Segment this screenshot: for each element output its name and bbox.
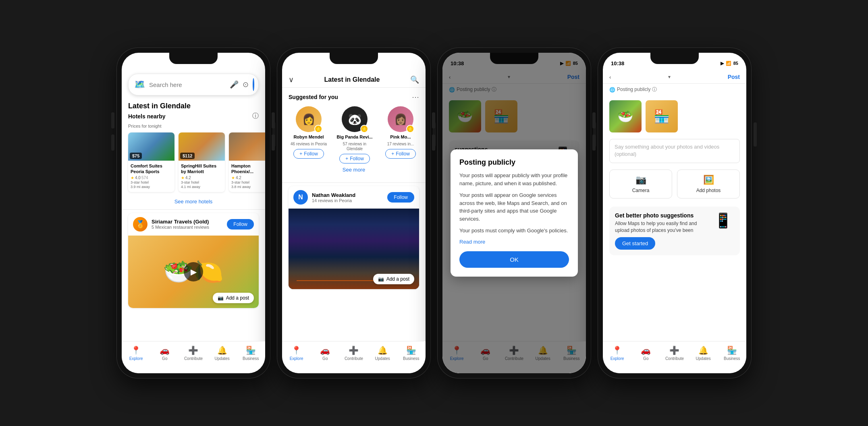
phone-2: ∨ Latest in Glendale 🔍 Suggested for you… bbox=[277, 48, 430, 378]
post-action-4[interactable]: Post bbox=[728, 74, 740, 80]
search-bar[interactable]: 🗺️ 🎤 ⊙ bbox=[128, 74, 259, 95]
user-avatar[interactable] bbox=[253, 78, 254, 91]
more-options-icon[interactable]: ⋯ bbox=[412, 93, 419, 101]
search-input[interactable] bbox=[149, 81, 226, 88]
hotel-price-2: $112 bbox=[180, 153, 195, 159]
add-post-button-2[interactable]: 📷 Add a post bbox=[373, 274, 414, 284]
nav-go-4[interactable]: 🚗 Go bbox=[636, 345, 656, 361]
nav-explore-2[interactable]: 📍 Explore bbox=[287, 345, 307, 361]
hotel-meta-2: 3-star hotel bbox=[181, 180, 222, 184]
suggested-item-3: 👩🏽 ⭐ Pink Mo... 17 reviews in... + Follo… bbox=[380, 106, 419, 163]
business-info: 🏅 Siriamar Travels (Gold) 5 Mexican rest… bbox=[133, 217, 209, 232]
business-icon: 🏪 bbox=[246, 345, 256, 355]
food-image: 🥗🍋 ▶ 📷 Add a post bbox=[128, 236, 259, 308]
contribute-icon: ➕ bbox=[188, 345, 198, 355]
nav-business-1[interactable]: 🏪 Business bbox=[241, 345, 261, 361]
play-button[interactable]: ▶ bbox=[184, 262, 203, 281]
bottom-nav-1: 📍 Explore 🚗 Go ➕ Contribute 🔔 Updates 🏪 … bbox=[122, 341, 265, 373]
nav-contribute-1[interactable]: ➕ Contribute bbox=[183, 345, 204, 361]
info-icon[interactable]: ⓘ bbox=[252, 112, 259, 120]
post-follow-button[interactable]: Follow bbox=[387, 192, 414, 203]
add-photos-label: Add photos bbox=[696, 188, 721, 193]
nav-contribute-4[interactable]: ➕ Contribute bbox=[664, 345, 685, 361]
nav-go-1[interactable]: 🚗 Go bbox=[155, 345, 175, 361]
header-title-2: Latest in Glendale bbox=[324, 76, 380, 83]
nav-updates-1[interactable]: 🔔 Updates bbox=[212, 345, 232, 361]
hotel-card-2[interactable]: $112 SpringHill Suites by Marriott ★ 4.2… bbox=[179, 132, 225, 192]
add-post-button[interactable]: 📷 Add a post bbox=[213, 293, 254, 303]
add-photos-button[interactable]: 🖼️ Add photos bbox=[677, 170, 740, 199]
hotel-image-3 bbox=[229, 132, 265, 161]
read-more-link[interactable]: Read more bbox=[459, 239, 569, 245]
screen-2: Suggested for you ⋯ 👩 ⭐ Robyn Mendel 46 … bbox=[282, 88, 426, 373]
search-icon-2[interactable]: 🔍 bbox=[410, 75, 419, 84]
nav-business-4[interactable]: 🏪 Business bbox=[722, 345, 742, 361]
camera-icon: 📷 bbox=[635, 175, 646, 185]
plus-icon-3: + bbox=[391, 151, 394, 157]
hotel-rating-1: ★ 4.0 574 bbox=[131, 176, 172, 180]
explore-icon: 📍 bbox=[131, 345, 141, 355]
battery-label-4: 85 bbox=[733, 61, 738, 66]
dropdown-4[interactable]: ▾ bbox=[668, 74, 671, 80]
media-buttons: 📷 Camera 🖼️ Add photos bbox=[603, 165, 746, 203]
business-follow-button[interactable]: Follow bbox=[227, 219, 254, 230]
reviewer-follow-3[interactable]: + Follow bbox=[385, 149, 416, 159]
nav-explore-1[interactable]: 📍 Explore bbox=[126, 345, 146, 361]
caption-input[interactable]: Say something about your photos and vide… bbox=[609, 139, 740, 163]
see-more-hotels[interactable]: See more hotels bbox=[122, 195, 265, 208]
photo-thumb-4-2: 🏪 bbox=[646, 100, 678, 132]
hotel-card-3[interactable]: Hampton Phoenix/... ★ 4.2 3-star hotel 3… bbox=[229, 132, 265, 192]
hotel-card-1[interactable]: $75 Comfort Suites Peoria Sports ★ 4.0 5… bbox=[128, 132, 174, 192]
reviewer-follow-1[interactable]: + Follow bbox=[293, 149, 324, 159]
contribute-icon-2: ➕ bbox=[349, 345, 359, 355]
wifi-icon-4: 📶 bbox=[726, 61, 731, 66]
updates-icon: 🔔 bbox=[217, 345, 227, 355]
notch-2 bbox=[330, 53, 378, 64]
hotel-price-1: $75 bbox=[130, 153, 142, 159]
bottom-nav-2: 📍 Explore 🚗 Go ➕ Contribute 🔔 Updates 🏪 … bbox=[282, 341, 426, 373]
back-button-4[interactable]: ‹ bbox=[609, 74, 611, 80]
nav-updates-2[interactable]: 🔔 Updates bbox=[372, 345, 392, 361]
plus-icon-1: + bbox=[299, 151, 302, 157]
main-screen: Latest in Glendale Hotels nearby ⓘ Price… bbox=[122, 99, 265, 373]
hotels-title: Hotels nearby bbox=[128, 113, 166, 120]
prices-subtitle: Prices for tonight bbox=[122, 124, 265, 131]
camera-label: Camera bbox=[632, 188, 650, 193]
go-icon: 🚗 bbox=[160, 345, 170, 355]
microphone-icon[interactable]: 🎤 bbox=[230, 80, 239, 89]
suggested-section: Suggested for you ⋯ 👩 ⭐ Robyn Mendel 46 … bbox=[282, 88, 426, 181]
caption-placeholder: Say something about your photos and vide… bbox=[615, 144, 719, 157]
business-name: Siriamar Travels (Gold) bbox=[152, 219, 209, 225]
hotel-distance-2: 4.1 mi away bbox=[181, 185, 222, 189]
camera-button[interactable]: 📷 Camera bbox=[609, 170, 672, 199]
ok-button[interactable]: OK bbox=[459, 251, 569, 268]
notch bbox=[169, 53, 218, 64]
dialog-overlay[interactable]: Posting publicly Your posts will appear … bbox=[442, 53, 586, 373]
hotels-subtitle-row: Hotels nearby ⓘ bbox=[122, 112, 265, 124]
nav-contribute-2[interactable]: ➕ Contribute bbox=[344, 345, 364, 361]
nav-explore-4[interactable]: 📍 Explore bbox=[607, 345, 627, 361]
suggested-header: Suggested for you ⋯ bbox=[289, 93, 419, 101]
main-title: Latest in Glendale bbox=[122, 99, 265, 112]
hotel-name-3: Hampton Phoenix/... bbox=[231, 163, 265, 175]
nav-business-2[interactable]: 🏪 Business bbox=[401, 345, 421, 361]
nav-updates-4[interactable]: 🔔 Updates bbox=[693, 345, 713, 361]
post-user-name: Nathan Weakland bbox=[312, 192, 355, 198]
see-more-suggested[interactable]: See more bbox=[289, 163, 419, 176]
hotel-distance-3: 3.8 mi away bbox=[231, 185, 265, 189]
status-icons-4: ▶ 📶 85 bbox=[721, 61, 738, 66]
post-avatar: N bbox=[293, 190, 308, 205]
google-maps-icon: 🗺️ bbox=[134, 79, 145, 90]
post-user-sub: 14 reviews in Peoria bbox=[312, 198, 355, 203]
reviewer-sub-1: 46 reviews in Peoria bbox=[291, 142, 327, 147]
hotel-meta-1: 3-star hotel bbox=[131, 180, 172, 184]
screen-4: 🥗 🏪 Say something about your photos and … bbox=[603, 95, 746, 373]
dialog-para2: Your posts will appear on Google service… bbox=[459, 191, 569, 223]
lens-icon[interactable]: ⊙ bbox=[243, 80, 249, 89]
get-started-btn-4[interactable]: Get started bbox=[615, 237, 655, 250]
reviewer-follow-2[interactable]: + Follow bbox=[339, 154, 370, 163]
nav-go-2[interactable]: 🚗 Go bbox=[315, 345, 335, 361]
hotel-name-2: SpringHill Suites by Marriott bbox=[181, 163, 222, 175]
collapse-icon[interactable]: ∨ bbox=[289, 75, 294, 84]
suggested-title: Suggested for you bbox=[289, 94, 338, 100]
